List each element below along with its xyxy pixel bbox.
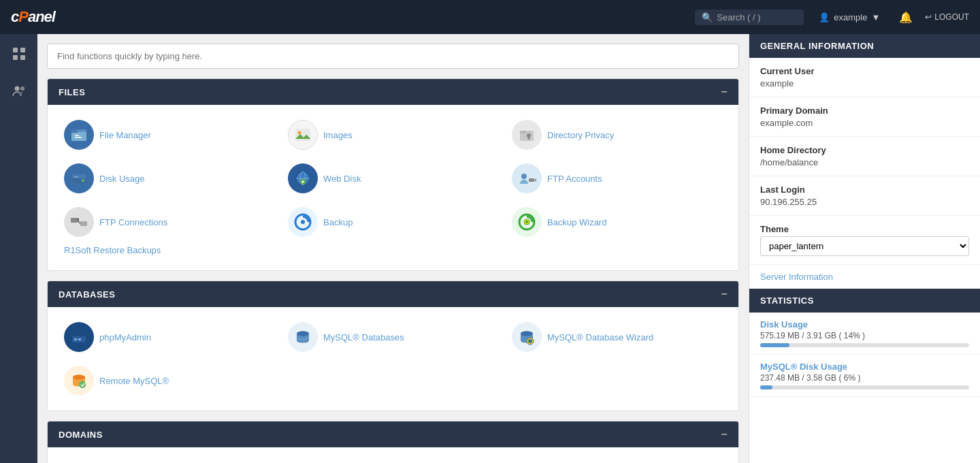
svg-rect-0 xyxy=(13,48,18,52)
home-directory-label: Home Directory xyxy=(760,145,969,155)
right-panel: GENERAL INFORMATION Current User example… xyxy=(749,34,980,463)
mysql-wizard-link[interactable]: MySQL® Database Wizard xyxy=(547,332,653,342)
disk-usage-item[interactable]: Disk Usage xyxy=(59,159,280,197)
sidebar xyxy=(0,34,37,463)
main-content-area: FILES − xyxy=(37,34,749,463)
svg-point-5 xyxy=(20,86,24,91)
phpmyadmin-item[interactable]: phpMyAdmin xyxy=(59,318,280,356)
svg-point-45 xyxy=(297,332,309,336)
phpmyadmin-link[interactable]: phpMyAdmin xyxy=(99,332,151,342)
logout-button[interactable]: ↩ LOGOUT xyxy=(925,12,969,22)
notifications-bell[interactable]: 🔔 xyxy=(895,11,917,24)
global-search[interactable]: 🔍 Search ( / ) xyxy=(695,10,804,25)
logout-label: LOGOUT xyxy=(934,12,969,22)
disk-usage-icon xyxy=(64,163,94,193)
phpmyadmin-icon xyxy=(64,322,94,352)
databases-section-collapse[interactable]: − xyxy=(721,288,728,300)
svg-rect-2 xyxy=(13,55,18,60)
mysql-disk-usage-bar-fill xyxy=(760,385,772,389)
backup-wizard-link[interactable]: Backup Wizard xyxy=(547,217,606,227)
disk-usage-link[interactable]: Disk Usage xyxy=(99,174,144,184)
web-disk-item[interactable]: Web Disk xyxy=(282,159,504,197)
domains-section-collapse[interactable]: − xyxy=(721,428,728,441)
home-directory-block: Home Directory /home/balance xyxy=(749,137,980,176)
function-search-input[interactable] xyxy=(47,44,739,69)
databases-section-title: DATABASES xyxy=(59,289,115,300)
domains-section-body xyxy=(48,447,738,463)
svg-rect-27 xyxy=(529,178,534,182)
disk-usage-stat-values: 575.19 MB / 3.91 GB ( 14% ) xyxy=(760,331,969,340)
databases-section: DATABASES − xyxy=(47,281,739,411)
svg-point-35 xyxy=(301,220,305,224)
files-items-grid: File Manager Images xyxy=(59,116,728,241)
user-menu[interactable]: 👤 example ▼ xyxy=(812,12,887,22)
primary-domain-value: example.com xyxy=(760,118,969,128)
ftp-accounts-link[interactable]: FTP Accounts xyxy=(547,174,602,184)
files-section-header: FILES − xyxy=(48,79,738,105)
svg-point-26 xyxy=(521,174,527,179)
svg-rect-14 xyxy=(520,131,526,133)
theme-select[interactable]: paper_lantern xyxy=(760,236,969,256)
primary-domain-label: Primary Domain xyxy=(760,106,969,116)
files-section-collapse[interactable]: − xyxy=(721,86,728,98)
mysql-disk-usage-stat-values: 237.48 MB / 3.58 GB ( 6% ) xyxy=(760,373,969,383)
remote-mysql-item[interactable]: Remote MySQL® xyxy=(59,362,280,400)
mysql-disk-usage-stat: MySQL® Disk Usage 237.48 MB / 3.58 GB ( … xyxy=(749,355,980,397)
directory-privacy-link[interactable]: Directory Privacy xyxy=(547,130,614,140)
server-information-link[interactable]: Server Information xyxy=(749,265,980,289)
file-manager-link[interactable]: File Manager xyxy=(99,130,151,140)
svg-rect-8 xyxy=(71,129,78,133)
svg-rect-7 xyxy=(71,132,86,141)
svg-point-49 xyxy=(528,339,532,343)
logout-icon: ↩ xyxy=(925,12,932,22)
ftp-accounts-item[interactable]: FTP Accounts xyxy=(506,159,728,197)
current-user-block: Current User example xyxy=(749,58,980,97)
mysql-databases-link[interactable]: MySQL® Databases xyxy=(323,332,404,342)
sidebar-grid-icon[interactable] xyxy=(7,42,31,69)
remote-mysql-icon xyxy=(64,366,94,396)
mysql-databases-item[interactable]: MySQL® Databases xyxy=(282,318,504,356)
disk-usage-stat-link[interactable]: Disk Usage xyxy=(760,319,808,330)
images-icon xyxy=(288,120,318,150)
last-login-block: Last Login 90.196.255.25 xyxy=(749,176,980,216)
statistics-header: STATISTICS xyxy=(749,289,980,313)
images-link[interactable]: Images xyxy=(323,130,353,140)
svg-point-51 xyxy=(73,375,85,380)
svg-point-47 xyxy=(521,332,533,336)
backup-wizard-item[interactable]: Backup Wizard xyxy=(506,203,728,241)
svg-rect-3 xyxy=(20,55,25,60)
general-info-title: GENERAL INFORMATION xyxy=(760,41,874,51)
databases-items-grid: phpMyAdmin MySQL® Databases xyxy=(59,318,728,400)
backup-link[interactable]: Backup xyxy=(323,217,353,227)
r1soft-item[interactable]: R1Soft Restore Backups xyxy=(59,241,728,259)
theme-label: Theme xyxy=(760,224,969,234)
last-login-value: 90.196.255.25 xyxy=(760,197,969,207)
mysql-wizard-icon xyxy=(512,322,542,352)
disk-usage-stat: Disk Usage 575.19 MB / 3.91 GB ( 14% ) xyxy=(749,313,980,355)
web-disk-icon xyxy=(288,163,318,193)
ftp-accounts-icon xyxy=(512,163,542,193)
mysql-wizard-item[interactable]: MySQL® Database Wizard xyxy=(506,318,728,356)
home-directory-value: /home/balance xyxy=(760,157,969,167)
primary-domain-block: Primary Domain example.com xyxy=(749,97,980,137)
mysql-disk-usage-stat-link[interactable]: MySQL® Disk Usage xyxy=(760,362,847,372)
file-manager-item[interactable]: File Manager xyxy=(59,116,280,154)
topnav: cPanel 🔍 Search ( / ) 👤 example ▼ 🔔 ↩ LO… xyxy=(0,0,980,34)
files-section-body: File Manager Images xyxy=(48,105,738,270)
sidebar-users-icon[interactable] xyxy=(7,80,31,106)
directory-privacy-icon xyxy=(512,120,542,150)
web-disk-link[interactable]: Web Disk xyxy=(323,174,361,184)
r1soft-link[interactable]: R1Soft Restore Backups xyxy=(64,245,161,255)
domains-section-title: DOMAINS xyxy=(59,430,103,440)
images-item[interactable]: Images xyxy=(282,116,504,154)
ftp-connections-item[interactable]: FTP Connections xyxy=(59,203,280,241)
directory-privacy-item[interactable]: Directory Privacy xyxy=(506,116,728,154)
files-section: FILES − xyxy=(47,78,739,271)
mysql-disk-usage-bar-bg xyxy=(760,385,969,389)
ftp-connections-link[interactable]: FTP Connections xyxy=(99,217,167,227)
files-section-title: FILES xyxy=(59,87,85,97)
svg-rect-10 xyxy=(75,137,82,138)
main-layout: FILES − xyxy=(0,34,980,463)
remote-mysql-link[interactable]: Remote MySQL® xyxy=(99,376,169,386)
backup-item[interactable]: Backup xyxy=(282,203,504,241)
